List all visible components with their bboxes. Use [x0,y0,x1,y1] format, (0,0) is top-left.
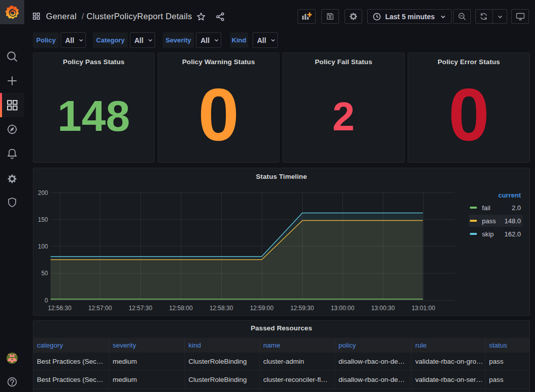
svg-text:12:59:00: 12:59:00 [250,305,274,312]
svg-text:200: 200 [38,189,48,197]
svg-text:12:59:30: 12:59:30 [290,305,314,312]
svg-text:12:57:00: 12:57:00 [88,305,112,312]
svg-text:fail: fail [482,204,491,212]
svg-text:13:00:30: 13:00:30 [371,305,395,312]
svg-text:pass: pass [482,217,496,225]
svg-text:12:56:30: 12:56:30 [48,305,72,312]
svg-text:162.0: 162.0 [504,230,521,238]
svg-text:148.0: 148.0 [504,217,521,225]
svg-text:12:58:00: 12:58:00 [169,305,193,312]
svg-text:50: 50 [41,270,48,277]
svg-text:0: 0 [44,297,48,304]
svg-text:100: 100 [38,243,48,250]
svg-text:12:58:30: 12:58:30 [210,305,233,312]
svg-text:13:01:00: 13:01:00 [412,305,435,312]
svg-text:2.0: 2.0 [512,204,521,212]
svg-text:12:57:30: 12:57:30 [129,305,153,312]
svg-text:13:00:00: 13:00:00 [331,305,355,312]
svg-text:current: current [498,191,521,199]
svg-text:150: 150 [38,216,48,223]
svg-text:skip: skip [482,230,494,238]
